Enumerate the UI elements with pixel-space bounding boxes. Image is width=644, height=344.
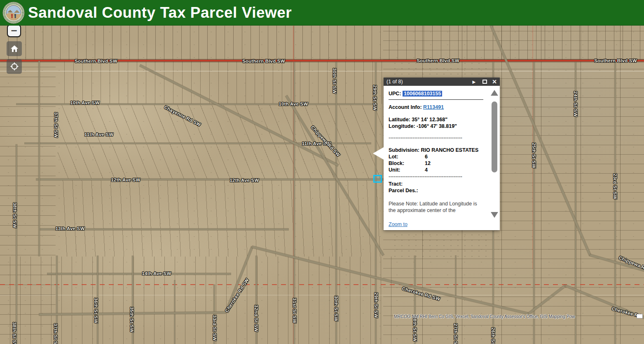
map-road	[490, 26, 591, 255]
map-viewport[interactable]: Southern Blvd SWSouthern Blvd SWSouthern…	[0, 26, 644, 344]
map-road	[0, 71, 644, 71]
map-road	[534, 62, 535, 344]
map-street-label: 33rd St SW	[212, 315, 217, 341]
map-street-label: 24th St SW	[573, 91, 578, 117]
parcel-des-label: Parcel Des.:	[389, 187, 483, 194]
popup-note: Please Note: Latitude and Longitude is t…	[389, 200, 484, 214]
map-street-label: 12th Ave SW	[229, 178, 259, 183]
map-street-label: 25th St SW	[532, 143, 536, 168]
map-road	[39, 229, 288, 230]
map-street-label: 32nd St SW	[254, 305, 259, 332]
map-road	[39, 311, 226, 316]
subdivision-line: Subdivision: RIO RANCHO ESTATES	[389, 147, 484, 153]
upc-row: UPC: 1006068103155	[389, 90, 483, 97]
map-road	[140, 64, 338, 166]
map-road	[590, 254, 644, 271]
map-road	[294, 62, 295, 344]
map-road	[415, 256, 416, 344]
map-road	[39, 61, 40, 256]
map-road	[575, 62, 576, 344]
zoom-out-button[interactable]: −	[7, 24, 21, 37]
upc-value: 1006068103155	[403, 91, 442, 97]
map-street-label: 14th Ave SW	[142, 271, 171, 276]
divider-line	[389, 99, 483, 100]
scrollbar-thumb[interactable]	[492, 101, 497, 172]
attribute-row: Lot:6	[389, 153, 483, 160]
map-road	[47, 273, 231, 275]
scroll-up-arrow[interactable]	[491, 90, 498, 96]
map-road	[16, 144, 17, 344]
map-street-label: Southern Blvd SW	[417, 58, 459, 63]
popup-pointer	[373, 147, 384, 160]
map-street-label: 36th St SW	[94, 298, 98, 323]
longitude-line: Longitude: -106° 47' 38.819"	[389, 123, 483, 130]
map-street-label: 35th St SW	[129, 307, 134, 332]
map-road	[36, 179, 383, 180]
map-street-label: 38th St SW	[12, 322, 17, 344]
next-feature-icon[interactable]: ▶	[473, 80, 476, 84]
map-road	[25, 143, 371, 144]
popup-titlebar: (1 of 8) ▶ ✕	[384, 78, 500, 86]
map-street-label: Southern Blvd SW	[594, 58, 637, 63]
selected-parcel-highlight[interactable]	[373, 175, 382, 183]
map-road	[615, 62, 616, 344]
locate-icon	[10, 62, 19, 71]
attribution-box	[637, 314, 643, 318]
map-road	[565, 285, 644, 319]
attribute-row: Unit:4	[389, 167, 483, 173]
map-street-label: 27th St SW	[453, 323, 458, 344]
map-parcel-texture	[58, 180, 383, 257]
map-road	[56, 256, 58, 344]
map-road	[256, 256, 257, 344]
map-road	[293, 26, 294, 344]
map-road	[286, 95, 384, 256]
map-road	[455, 256, 456, 344]
zoom-to-link[interactable]: Zoom to	[389, 221, 407, 228]
map-parcel-texture	[0, 26, 644, 61]
map-street-label: 29th St SW	[372, 85, 377, 111]
map-road	[375, 62, 377, 344]
map-street-label: 37th St SW	[54, 112, 59, 138]
map-street-label: Cherokee Rd SW	[224, 278, 250, 313]
map-road	[528, 285, 566, 314]
map-texture	[0, 26, 644, 344]
map-street-label: 13th Ave SW	[55, 226, 84, 231]
map-street-label: 11th Ave SW	[302, 141, 331, 146]
home-button[interactable]	[7, 41, 22, 56]
map-road	[132, 256, 133, 344]
app-header: Sandoval County Tax Parcel Viewer	[0, 0, 644, 26]
map-street-label: Chayenne Rd SW	[164, 104, 202, 127]
county-seal-logo	[2, 2, 25, 24]
account-row: Account Info: R113491	[389, 104, 483, 111]
locate-button[interactable]	[7, 59, 22, 74]
map-street-label: 28th St SW	[412, 316, 417, 342]
account-link[interactable]: R113491	[423, 104, 444, 110]
upc-label: UPC:	[389, 91, 401, 97]
map-road	[214, 285, 215, 344]
map-road	[16, 104, 377, 105]
map-street-label: 38th St SW	[12, 203, 17, 228]
parcel-info-popup: (1 of 8) ▶ ✕ UPC: 1006068103155 Account …	[384, 78, 500, 230]
map-street-label: 11th Ave SW	[84, 132, 113, 137]
map-road	[336, 62, 337, 344]
map-road	[252, 246, 391, 283]
map-street-label: 10th Ave SW	[70, 100, 99, 105]
map-parcel-texture	[58, 104, 383, 180]
map-road	[174, 280, 175, 344]
map-street-label: Chippewa Rd SW	[310, 125, 341, 157]
map-road	[0, 60, 644, 61]
home-icon	[10, 45, 19, 53]
scroll-down-arrow[interactable]	[491, 212, 498, 218]
map-street-label: 30th St SW	[332, 68, 337, 94]
map-street-label: 23rd St SW	[613, 174, 618, 200]
close-icon[interactable]: ✕	[492, 78, 497, 85]
maximize-icon[interactable]	[482, 80, 487, 84]
map-street-label: Southern Blvd SW	[242, 59, 285, 64]
lot-block-unit-rows: Lot:6Block:12Unit:4	[389, 153, 483, 173]
map-road	[533, 26, 533, 269]
map-street-label: Cherokee Rd SW	[401, 286, 440, 302]
map-street-label: 29th St SW	[374, 292, 379, 318]
map-parcel-texture	[0, 257, 391, 344]
page-title: Sandoval County Tax Parcel Viewer	[28, 4, 292, 21]
latitude-line: Latitude: 35° 14' 12.368"	[389, 116, 483, 123]
